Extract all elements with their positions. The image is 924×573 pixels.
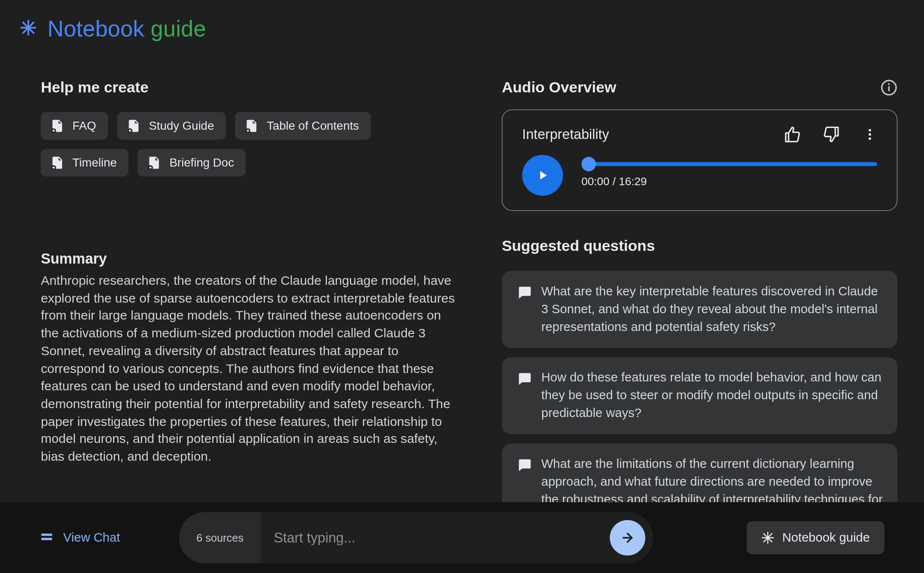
more-vert-icon[interactable] [863, 127, 877, 142]
chat-list-icon [516, 456, 532, 472]
sources-count[interactable]: 6 sources [179, 512, 260, 563]
help-me-create-title: Help me create [41, 78, 462, 96]
doc-plus-icon [50, 119, 64, 133]
svg-point-14 [869, 137, 871, 140]
bottom-bar: View Chat 6 sources Notebook guide [0, 502, 924, 573]
suggested-question-text: What are the key interpretable features … [541, 283, 883, 336]
notebook-guide-button[interactable]: Notebook guide [747, 521, 884, 554]
chip-label: FAQ [72, 119, 96, 133]
doc-plus-icon [50, 156, 64, 170]
chat-composer: 6 sources [179, 512, 653, 563]
arrow-right-icon [620, 531, 635, 545]
suggested-question[interactable]: What are the key interpretable features … [502, 271, 898, 348]
app-title: Notebook guide [47, 16, 206, 42]
suggested-questions-title: Suggested questions [502, 237, 898, 255]
chip-label: Briefing Doc [169, 156, 234, 170]
svg-point-13 [869, 133, 871, 136]
view-chat-button[interactable]: View Chat [39, 531, 120, 545]
doc-plus-icon [127, 119, 141, 133]
thumbs-down-icon[interactable] [823, 126, 840, 143]
audio-player: Interpretability [502, 109, 898, 211]
chat-input[interactable] [260, 530, 610, 545]
chip-toc[interactable]: Table of Contents [235, 112, 371, 139]
suggested-question[interactable]: How do these features relate to model be… [502, 357, 898, 434]
doc-plus-icon [147, 156, 161, 170]
play-icon [535, 168, 550, 183]
summary-title: Summary [41, 250, 462, 267]
chip-label: Timeline [72, 156, 117, 170]
create-chips: FAQ Study Guide Table of Contents Timeli… [41, 112, 462, 176]
play-button[interactable] [522, 155, 563, 195]
info-icon[interactable] [880, 79, 897, 96]
view-chat-label: View Chat [63, 531, 120, 545]
chat-icon [39, 531, 54, 545]
chip-timeline[interactable]: Timeline [41, 149, 128, 176]
time-display: 00:00 / 16:29 [581, 175, 877, 189]
app-header: Notebook guide [0, 0, 924, 42]
chat-list-icon [516, 370, 532, 386]
audio-track-title: Interpretability [522, 127, 609, 142]
chip-study-guide[interactable]: Study Guide [117, 112, 226, 139]
svg-rect-16 [41, 538, 53, 540]
send-button[interactable] [610, 520, 645, 556]
chat-list-icon [516, 284, 532, 300]
svg-point-12 [869, 129, 871, 131]
notebook-guide-label: Notebook guide [782, 531, 870, 545]
suggested-question-text: How do these features relate to model be… [541, 369, 883, 423]
audio-overview-title: Audio Overview [502, 78, 616, 96]
svg-point-11 [888, 83, 890, 85]
doc-plus-icon [244, 119, 259, 133]
summary-body: Anthropic researchers, the creators of t… [41, 272, 456, 465]
seek-bar[interactable] [581, 162, 877, 166]
chip-briefing-doc[interactable]: Briefing Doc [138, 149, 246, 176]
chip-label: Study Guide [149, 119, 214, 133]
asterisk-icon [761, 531, 774, 544]
thumbs-up-icon[interactable] [783, 126, 800, 143]
asterisk-icon [20, 19, 37, 39]
seek-thumb[interactable] [581, 157, 596, 171]
chip-faq[interactable]: FAQ [41, 112, 108, 139]
chip-label: Table of Contents [267, 119, 359, 133]
svg-rect-15 [41, 534, 53, 536]
